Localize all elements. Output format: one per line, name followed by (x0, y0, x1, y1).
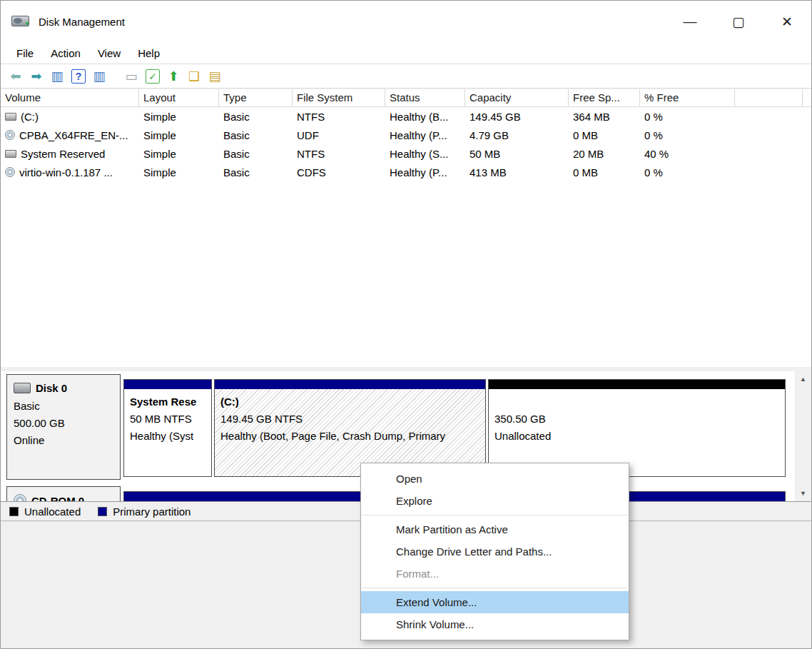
menu-view[interactable]: View (89, 44, 129, 62)
legend-label: Primary partition (113, 505, 191, 518)
volume-name: System Reserved (21, 148, 105, 160)
volume-name: (C:) (21, 111, 39, 123)
disk-info-line: Online (14, 432, 116, 449)
volume-row-cpba-x64fre-en[interactable]: CPBA_X64FRE_EN-...SimpleBasicUDFHealthy … (1, 126, 811, 144)
back-icon[interactable]: ⬅ (6, 67, 25, 86)
partition-status: Healthy (Syst (130, 428, 205, 445)
context-menu-item-change-drive-letter-and-paths[interactable]: Change Drive Letter and Paths... (361, 540, 629, 563)
column-header-filler[interactable] (735, 89, 803, 106)
menu-help[interactable]: Help (129, 44, 168, 62)
partition-status: Unallocated (494, 428, 779, 445)
disk-info-line: Basic (14, 398, 116, 415)
column-header-capacity[interactable]: Capacity (465, 89, 569, 106)
volume-name: CPBA_X64FRE_EN-... (19, 129, 128, 141)
partition-size: 350.50 GB (494, 411, 779, 428)
partition-system-rese[interactable]: System Rese50 MB NTFSHealthy (Syst (123, 379, 212, 477)
callout-icon[interactable]: ▭ (122, 67, 141, 86)
field-list-icon[interactable]: ▤ (205, 67, 224, 86)
maximize-button[interactable]: ▢ (714, 1, 763, 42)
disk-header-disk-0[interactable]: Disk 0Basic500.00 GBOnline (6, 374, 121, 480)
legend-unallocated: Unallocated (9, 505, 81, 518)
help-icon[interactable]: ? (71, 69, 86, 84)
title-bar: Disk Management — ▢ ✕ (1, 1, 811, 42)
disk-info-line: 500.00 GB (14, 415, 116, 432)
volume-row-c[interactable]: (C:)SimpleBasicNTFSHealthy (B...149.45 G… (1, 107, 811, 126)
cd-drive-icon (5, 130, 15, 140)
legend-primary-partition: Primary partition (98, 505, 191, 518)
toolbar: ⬅➡▥?▥▭✓⬆❏▤ (1, 64, 811, 89)
volume-table-body: (C:)SimpleBasicNTFSHealthy (B...149.45 G… (1, 107, 811, 181)
column-header-free[interactable]: % Free (640, 89, 735, 106)
disk-name: Disk 0 (36, 382, 67, 394)
task-check-icon[interactable]: ✓ (146, 69, 160, 84)
context-menu-item-shrink-volume[interactable]: Shrink Volume... (361, 613, 629, 635)
context-menu: OpenExploreMark Partition as ActiveChang… (360, 463, 629, 640)
column-header-file-system[interactable]: File System (293, 89, 385, 106)
disk-header-cd-rom-0[interactable]: CD-ROM 0CD-ROM4.79 GBOnline (6, 486, 121, 501)
partition-title: System Rese (130, 393, 205, 411)
toolbar-gap (111, 76, 122, 76)
menu-action[interactable]: Action (42, 44, 89, 62)
scroll-up-icon[interactable]: ▲ (795, 371, 811, 387)
context-menu-item-open[interactable]: Open (361, 468, 629, 490)
column-header-layout[interactable]: Layout (139, 89, 219, 106)
partition-status: Healthy (Boot, Page File, Crash Dump, Pr… (220, 428, 479, 445)
menu-bar: FileActionViewHelp (1, 42, 811, 64)
disk-management-app-icon (11, 14, 31, 29)
scroll-down-icon[interactable]: ▼ (795, 486, 811, 501)
partition-size: 149.45 GB NTFS (220, 411, 479, 428)
volume-table-header: VolumeLayoutTypeFile SystemStatusCapacit… (1, 89, 811, 107)
partition-title (494, 393, 779, 411)
legend-label: Unallocated (24, 505, 81, 518)
vertical-scrollbar[interactable]: ▲ ▼ (795, 371, 811, 501)
disk-name: CD-ROM 0 (31, 495, 84, 502)
close-button[interactable]: ✕ (763, 1, 811, 42)
window-title: Disk Management (39, 16, 125, 28)
column-header-volume[interactable]: Volume (1, 89, 139, 106)
volume-name: virtio-win-0.1.187 ... (19, 166, 113, 178)
column-header-status[interactable]: Status (385, 89, 465, 106)
hard-disk-icon (14, 383, 31, 393)
column-header-free-sp[interactable]: Free Sp... (569, 89, 640, 106)
menu-separator (362, 515, 628, 515)
menu-separator (362, 588, 628, 588)
volume-row-system-reserved[interactable]: System ReservedSimpleBasicNTFSHealthy (S… (1, 144, 811, 163)
legend-swatch-unallocated (9, 507, 19, 516)
menu-file[interactable]: File (8, 44, 42, 62)
volume-table: VolumeLayoutTypeFile SystemStatusCapacit… (1, 89, 811, 367)
disk-volume-icon (5, 150, 16, 158)
column-header-type[interactable]: Type (219, 89, 293, 106)
folder-search-icon[interactable]: ❏ (185, 67, 203, 86)
forward-icon[interactable]: ➡ (27, 67, 46, 86)
cd-rom-icon (14, 494, 26, 501)
context-menu-item-format[interactable]: Format... (361, 563, 629, 585)
minimize-button[interactable]: — (666, 1, 714, 42)
legend-swatch-primary-partition (98, 507, 107, 516)
volume-row-virtio-win-0-1-187[interactable]: virtio-win-0.1.187 ...SimpleBasicCDFSHea… (1, 163, 811, 181)
context-menu-item-mark-partition-as-active[interactable]: Mark Partition as Active (361, 518, 629, 540)
disk-volume-icon (5, 113, 16, 121)
partition-size: 50 MB NTFS (130, 411, 205, 428)
partition-title: (C:) (220, 393, 479, 411)
up-arrow-icon[interactable]: ⬆ (164, 67, 183, 86)
cd-drive-icon (5, 167, 15, 177)
console-tree-icon[interactable]: ▥ (48, 67, 66, 86)
context-menu-item-explore[interactable]: Explore (361, 490, 629, 512)
context-menu-item-extend-volume[interactable]: Extend Volume... (361, 591, 629, 613)
action-pane-icon[interactable]: ▥ (90, 67, 108, 86)
